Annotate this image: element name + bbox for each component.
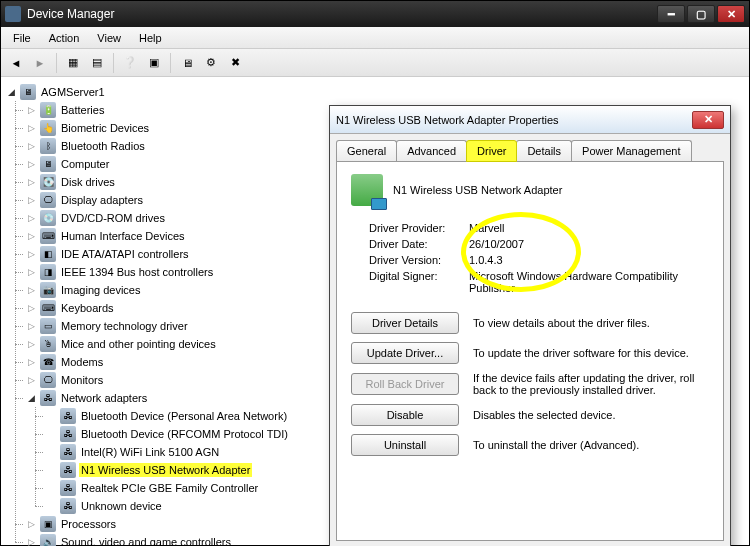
battery-icon: 🔋 [40, 102, 56, 118]
driver-details-button[interactable]: Driver Details [351, 312, 459, 334]
expand-icon[interactable] [25, 123, 37, 133]
expand-icon[interactable] [25, 375, 37, 385]
label-date: Driver Date: [369, 238, 469, 250]
menu-view[interactable]: View [89, 29, 129, 47]
tab-power[interactable]: Power Management [571, 140, 691, 161]
rollback-driver-button: Roll Back Driver [351, 373, 459, 395]
computer-icon: 🖥 [40, 156, 56, 172]
tab-general[interactable]: General [336, 140, 397, 161]
close-button[interactable]: ✕ [717, 5, 745, 23]
keyboard-icon: ⌨ [40, 300, 56, 316]
menu-action[interactable]: Action [41, 29, 88, 47]
desc-update: To update the driver software for this d… [473, 347, 709, 359]
disk-icon: 💽 [40, 174, 56, 190]
desc-disable: Disables the selected device. [473, 409, 709, 421]
device-manager-window: Device Manager ━ ▢ ✕ File Action View He… [0, 0, 750, 546]
help-icon[interactable]: ❔ [119, 52, 141, 74]
maximize-button[interactable]: ▢ [687, 5, 715, 23]
separator [56, 53, 57, 73]
menubar: File Action View Help [1, 27, 749, 49]
dialog-close-button[interactable]: ✕ [692, 111, 724, 129]
dialog-titlebar[interactable]: N1 Wireless USB Network Adapter Properti… [330, 106, 730, 134]
dvd-icon: 💿 [40, 210, 56, 226]
tb-icon-3[interactable]: ▣ [143, 52, 165, 74]
device-name: N1 Wireless USB Network Adapter [393, 184, 562, 196]
expand-icon[interactable] [25, 303, 37, 313]
tab-strip: General Advanced Driver Details Power Ma… [330, 134, 730, 161]
toolbar: ◄ ► ▦ ▤ ❔ ▣ 🖥 ⚙ ✖ [1, 49, 749, 77]
collapse-icon[interactable] [5, 87, 17, 97]
ide-icon: ◧ [40, 246, 56, 262]
cpu-icon: ▣ [40, 516, 56, 532]
adapter-icon: 🖧 [60, 498, 76, 514]
scan-hardware-icon[interactable]: 🖥 [176, 52, 198, 74]
adapter-icon: 🖧 [60, 480, 76, 496]
imaging-icon: 📷 [40, 282, 56, 298]
menu-file[interactable]: File [5, 29, 39, 47]
display-icon: 🖵 [40, 192, 56, 208]
expand-icon[interactable] [25, 519, 37, 529]
adapter-icon: 🖧 [60, 408, 76, 424]
dialog-title: N1 Wireless USB Network Adapter Properti… [336, 114, 559, 126]
titlebar[interactable]: Device Manager ━ ▢ ✕ [1, 1, 749, 27]
device-icon [351, 174, 383, 206]
minimize-button[interactable]: ━ [657, 5, 685, 23]
mouse-icon: 🖱 [40, 336, 56, 352]
value-signer: Microsoft Windows Hardware Compatibility… [469, 270, 709, 294]
expand-icon[interactable] [25, 537, 37, 546]
disable-button[interactable]: Disable [351, 404, 459, 426]
ieee-icon: ◨ [40, 264, 56, 280]
collapse-icon[interactable] [25, 393, 37, 403]
tab-driver[interactable]: Driver [466, 140, 517, 162]
network-icon: 🖧 [40, 390, 56, 406]
expand-icon[interactable] [25, 339, 37, 349]
tb-icon-2[interactable]: ▤ [86, 52, 108, 74]
tb-icon-1[interactable]: ▦ [62, 52, 84, 74]
forward-button[interactable]: ► [29, 52, 51, 74]
tree-root[interactable]: 🖥AGMServer1 [5, 83, 745, 101]
tb-icon-4[interactable]: ⚙ [200, 52, 222, 74]
sound-icon: 🔊 [40, 534, 56, 546]
desc-rollback: If the device fails after updating the d… [473, 372, 709, 396]
value-date: 26/10/2007 [469, 238, 709, 250]
label-version: Driver Version: [369, 254, 469, 266]
expand-icon[interactable] [25, 177, 37, 187]
menu-help[interactable]: Help [131, 29, 170, 47]
computer-icon: 🖥 [20, 84, 36, 100]
adapter-icon: 🖧 [60, 426, 76, 442]
expand-icon[interactable] [25, 105, 37, 115]
expand-icon[interactable] [25, 213, 37, 223]
update-driver-button[interactable]: Update Driver... [351, 342, 459, 364]
modem-icon: ☎ [40, 354, 56, 370]
expand-icon[interactable] [25, 249, 37, 259]
expand-icon[interactable] [25, 231, 37, 241]
memory-icon: ▭ [40, 318, 56, 334]
window-title: Device Manager [27, 7, 657, 21]
properties-dialog: N1 Wireless USB Network Adapter Properti… [329, 105, 731, 546]
label-provider: Driver Provider: [369, 222, 469, 234]
value-version: 1.0.4.3 [469, 254, 709, 266]
driver-tab-panel: N1 Wireless USB Network Adapter Driver P… [336, 161, 724, 541]
tab-details[interactable]: Details [516, 140, 572, 161]
desc-details: To view details about the driver files. [473, 317, 709, 329]
hid-icon: ⌨ [40, 228, 56, 244]
app-icon [5, 6, 21, 22]
expand-icon[interactable] [25, 321, 37, 331]
expand-icon[interactable] [25, 141, 37, 151]
back-button[interactable]: ◄ [5, 52, 27, 74]
tb-icon-5[interactable]: ✖ [224, 52, 246, 74]
bluetooth-icon: ᛒ [40, 138, 56, 154]
desc-uninstall: To uninstall the driver (Advanced). [473, 439, 709, 451]
label-signer: Digital Signer: [369, 270, 469, 294]
expand-icon[interactable] [25, 195, 37, 205]
separator [113, 53, 114, 73]
expand-icon[interactable] [25, 159, 37, 169]
biometric-icon: 👆 [40, 120, 56, 136]
uninstall-button[interactable]: Uninstall [351, 434, 459, 456]
expand-icon[interactable] [25, 285, 37, 295]
separator [170, 53, 171, 73]
expand-icon[interactable] [25, 267, 37, 277]
expand-icon[interactable] [25, 357, 37, 367]
content-area: 🖥AGMServer1 🔋Batteries 👆Biometric Device… [1, 77, 749, 546]
tab-advanced[interactable]: Advanced [396, 140, 467, 161]
